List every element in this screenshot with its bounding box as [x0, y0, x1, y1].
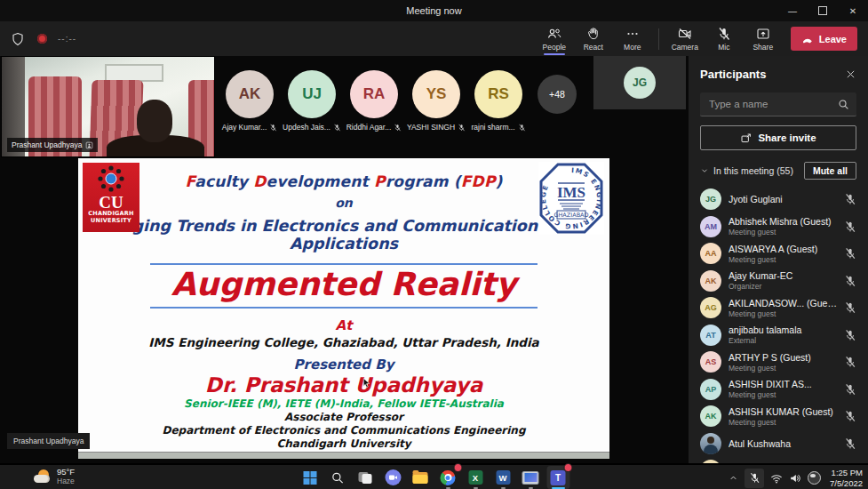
- tray-mic-muted-button[interactable]: [745, 469, 764, 488]
- slide-venue: IMS Engineering College, Ghaziabad, Utta…: [78, 335, 609, 349]
- taskbar-clock[interactable]: 1:25 PM 7/5/2022: [830, 468, 863, 488]
- start-button[interactable]: [299, 466, 322, 489]
- wifi-icon[interactable]: [770, 472, 783, 485]
- teams-icon: T: [551, 470, 566, 485]
- close-button[interactable]: ✕: [838, 0, 868, 21]
- mic-muted-icon: [844, 356, 856, 368]
- slide-fdp-title: Faculty Development Program (FDP): [78, 172, 609, 190]
- participant-name: Atul Kushwaha: [729, 438, 837, 449]
- divider-line: [150, 307, 538, 309]
- teams-button[interactable]: T: [546, 466, 569, 489]
- participants-panel: Participants Share invite In this meetin…: [689, 56, 868, 463]
- teams-meeting-window: Meeting now — ✕ --:-- People React More: [0, 0, 868, 489]
- mic-muted-icon: [269, 124, 277, 132]
- participant-row[interactable]: JG Jyoti Guglani: [700, 186, 856, 213]
- tray-expand-chevron-icon[interactable]: [729, 473, 738, 483]
- avatar-name: Riddhi Agar...: [346, 123, 392, 132]
- svg-text:IMS: IMS: [557, 184, 585, 201]
- weather-icon: [34, 469, 52, 485]
- participant-avatar-tile[interactable]: AK Ajay Kumar...: [219, 70, 281, 132]
- slide-on-word: on: [78, 196, 609, 210]
- ime-indicator-icon[interactable]: [808, 471, 821, 485]
- avatar: AM: [700, 216, 721, 237]
- camera-button[interactable]: Camera: [666, 22, 704, 56]
- presenter-name-chip: Prashant Upadhyaya: [7, 433, 90, 449]
- toolbar-separator: [658, 28, 659, 50]
- divider-line: [150, 263, 538, 265]
- participant-row[interactable]: AK Ajay Kumar-EC Organizer: [700, 268, 856, 295]
- overflow-count-tile[interactable]: +48: [530, 75, 585, 114]
- task-view-button[interactable]: [354, 466, 377, 489]
- participant-row[interactable]: AS ARTHY P S (Guest) Meeting guest: [700, 349, 856, 376]
- maximize-button[interactable]: [808, 0, 838, 21]
- participant-row[interactable]: AT anjibabu talamala External: [700, 322, 856, 349]
- avatar: AK: [700, 405, 721, 427]
- task-view-icon: [359, 472, 372, 484]
- slide-presenter-name: Dr. Prashant Upadhyaya: [78, 373, 609, 397]
- slide-main-title: Augmented Reality: [78, 267, 609, 302]
- presenter-silhouette: [107, 100, 204, 157]
- meeting-timer: --:--: [58, 34, 76, 44]
- excel-button[interactable]: X: [464, 466, 487, 489]
- participant-row[interactable]: AA AISWARYA A (Guest) Meeting guest: [700, 240, 856, 268]
- media-app-button[interactable]: [519, 466, 542, 489]
- participant-name: Ajay Kumar-EC: [729, 270, 837, 281]
- participant-row[interactable]: AM Abhishek Mishra (Guest) Meeting guest: [700, 213, 856, 241]
- avatar-name: Ajay Kumar...: [222, 123, 267, 132]
- mute-all-button[interactable]: Mute all: [804, 162, 856, 180]
- taskbar-search-button[interactable]: [326, 466, 349, 489]
- participant-name: ASHISH KUMAR (Guest): [729, 406, 837, 417]
- search-input[interactable]: [707, 98, 832, 110]
- participant-name: Jyoti Guglani: [729, 194, 837, 204]
- mic-muted-icon: [844, 247, 856, 260]
- shared-screen-slide: CU CHANDIGARH UNIVERSITY IMS ENGINEERING…: [78, 158, 609, 459]
- chevron-down-icon[interactable]: [700, 166, 709, 175]
- participant-avatar-tile[interactable]: RS rajni sharm...: [467, 70, 530, 132]
- file-explorer-button[interactable]: [409, 466, 432, 489]
- participant-avatar-tile[interactable]: UJ Updesh Jais...: [281, 70, 343, 132]
- more-button[interactable]: More: [614, 22, 651, 56]
- chrome-button[interactable]: [436, 466, 459, 489]
- presenter-video-tile[interactable]: Prashant Upadhyaya: [1, 56, 215, 157]
- word-button[interactable]: W: [491, 466, 514, 489]
- mic-button[interactable]: Mic: [705, 22, 743, 56]
- participant-search[interactable]: [700, 92, 856, 116]
- raised-hand-icon: [586, 27, 601, 41]
- slide-university: Chandigarh University: [78, 437, 609, 450]
- cu-emblem-icon: [92, 163, 130, 195]
- react-button[interactable]: React: [575, 22, 612, 56]
- share-button[interactable]: Share: [745, 22, 782, 56]
- teams-chat-button[interactable]: [381, 466, 404, 489]
- participant-avatar-tile[interactable]: YS YASHI SINGH: [405, 70, 467, 132]
- corner-participant-tile[interactable]: JG: [593, 56, 686, 109]
- participant-row[interactable]: Atul Kushwaha: [700, 430, 856, 458]
- participant-subtitle: Organizer: [729, 282, 837, 291]
- share-invite-button[interactable]: Share invite: [700, 125, 856, 150]
- mouse-cursor-icon: [361, 377, 372, 389]
- slide-role: Associate Professor: [78, 411, 609, 423]
- shared-window-edge: [78, 452, 609, 459]
- avatar: [700, 433, 721, 454]
- avatar: RA: [350, 70, 398, 118]
- participant-row[interactable]: AG AKILANDASOW... (Guest) Meeting guest: [700, 294, 856, 322]
- windows-taskbar: 95°F Haze: [0, 463, 868, 489]
- participant-avatar-tile[interactable]: RA Riddhi Agar...: [343, 70, 405, 132]
- people-button[interactable]: People: [536, 22, 573, 56]
- avatar-strip: AK Ajay Kumar... UJ Updesh Jais... R: [219, 70, 585, 132]
- participant-name: Abhishek Mishra (Guest): [729, 216, 837, 227]
- search-icon: [838, 99, 849, 110]
- volume-icon[interactable]: [789, 472, 801, 485]
- mic-muted-icon: [394, 124, 402, 132]
- mic-muted-icon: [844, 275, 856, 287]
- participant-row[interactable]: AP ASHISH DIXIT AS... Meeting guest: [700, 376, 856, 404]
- mic-muted-icon: [844, 301, 856, 314]
- participant-row[interactable]: AK ASHISH KUMAR (Guest) Meeting guest: [700, 403, 856, 430]
- minimize-button[interactable]: —: [777, 0, 808, 21]
- close-panel-icon[interactable]: [845, 68, 856, 80]
- leave-button[interactable]: Leave: [791, 27, 857, 51]
- avatar: AA: [700, 243, 721, 264]
- search-icon: [331, 471, 345, 485]
- weather-widget[interactable]: 95°F Haze: [34, 467, 75, 486]
- participant-subtitle: Meeting guest: [729, 255, 837, 264]
- participant-row[interactable]: BS Balwant Singh (Guest): [700, 457, 856, 463]
